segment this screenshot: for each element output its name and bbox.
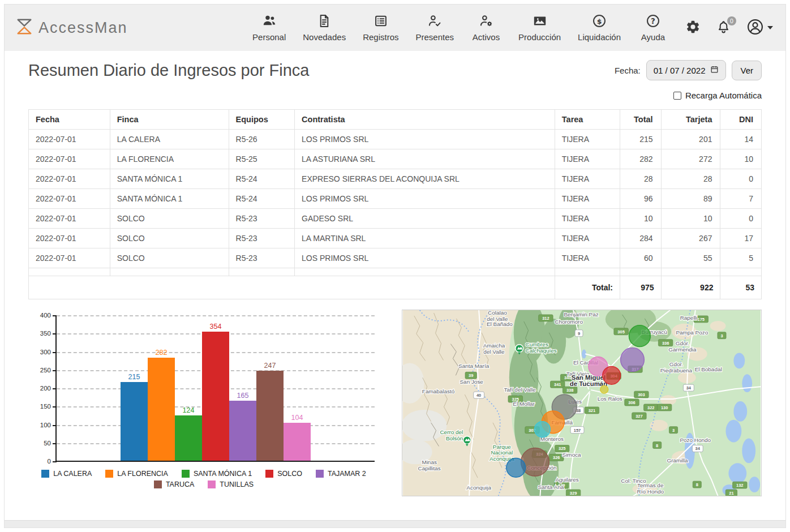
topbar-right: 0 (685, 18, 773, 38)
avatar-icon (746, 18, 764, 38)
svg-text:341: 341 (554, 382, 561, 387)
map-bubble[interactable] (629, 325, 650, 347)
nav-item-presentes[interactable]: Presentes (416, 14, 454, 42)
cell-tarea: TIJERA (555, 229, 620, 248)
bar-taruca (256, 371, 284, 461)
autorefresh-checkbox[interactable] (673, 92, 681, 100)
nav-item-registros[interactable]: Registros (363, 14, 398, 42)
map-town-label: Choromoro (555, 319, 583, 325)
route-badge-3: 3 (669, 427, 677, 434)
map-bubble[interactable] (521, 448, 549, 477)
nav-item-liquidacion[interactable]: $Liquidación (578, 14, 621, 42)
cell-contratista: GADESO SRL (295, 209, 555, 229)
settings-button[interactable] (685, 19, 701, 37)
list-icon (373, 14, 388, 31)
cell-finca: LA CALERA (110, 130, 229, 149)
svg-text:3: 3 (672, 428, 675, 433)
nav-item-label: Personal (252, 32, 286, 42)
svg-text:34: 34 (695, 446, 701, 451)
cell-tarea: TIJERA (555, 209, 620, 229)
cell-fecha: 2022-07-01 (29, 169, 110, 189)
nav-item-ayuda[interactable]: ?Ayuda (638, 14, 668, 42)
highway-shield-40: 40 (474, 392, 484, 398)
svg-text:40: 40 (476, 393, 481, 398)
ver-button[interactable]: Ver (732, 61, 762, 80)
bar-value-label: 354 (202, 323, 229, 332)
nav-item-activos[interactable]: Activos (471, 14, 501, 42)
legend-item: SOLCO (265, 470, 302, 478)
map-bubble[interactable] (621, 348, 645, 372)
map-bubble[interactable] (600, 385, 608, 393)
route-badge-326: 326 (549, 454, 564, 461)
map-town-label: Gramilla (667, 457, 688, 464)
route-badge-3: 3 (718, 332, 726, 339)
column-header-finca: Finca (110, 110, 229, 130)
route-badge-322: 322 (644, 404, 658, 411)
cell-finca: SANTA MÓNICA 1 (110, 189, 229, 209)
ingresos-table: FechaFincaEquiposContratistaTareaTotalTa… (28, 109, 762, 299)
nav-item-novedades[interactable]: Novedades (303, 14, 346, 42)
calendar-icon (710, 65, 719, 75)
svg-text:?: ? (651, 16, 655, 25)
person-gear-icon (479, 14, 493, 31)
table-row: 2022-07-01LA CALERAR5-26LOS PRIMOS SRLTI… (29, 130, 762, 149)
nav-item-label: Registros (363, 32, 398, 42)
cell-dni: 0 (720, 209, 762, 229)
nav-item-label: Producción (518, 32, 561, 42)
account-menu-button[interactable] (746, 18, 773, 38)
date-input[interactable]: 01 / 07 / 2022 (646, 60, 727, 80)
svg-text:175: 175 (698, 317, 705, 322)
bar-value-label: 124 (175, 406, 202, 415)
legend-swatch (41, 470, 49, 478)
highway-shield-157: 157 (570, 427, 584, 434)
cell-contratista: LOS PRIMOS SRL (295, 189, 555, 209)
svg-text:306: 306 (628, 400, 635, 405)
map-bubble[interactable] (535, 422, 551, 437)
route-badge-312: 312 (539, 315, 553, 321)
cell-tarea: TIJERA (555, 130, 620, 149)
svg-text:157: 157 (574, 428, 581, 433)
legend-swatch (316, 470, 324, 478)
cell-tarjeta: 10 (661, 209, 720, 229)
svg-text:130: 130 (661, 405, 668, 410)
cell-dni: 7 (720, 189, 762, 209)
nav-item-label: Ayuda (641, 32, 665, 42)
route-badge-336: 336 (658, 340, 672, 346)
cell-dni: 5 (720, 248, 762, 268)
brand-logo[interactable]: AccessMan (15, 18, 128, 38)
total-dni: 53 (720, 276, 762, 299)
map[interactable]: 3123051753363334034133830431730332130632… (402, 310, 762, 496)
nav-item-personal[interactable]: Personal (252, 14, 286, 42)
map-bubble[interactable] (603, 366, 621, 384)
nav-item-produccion[interactable]: Producción (518, 14, 561, 42)
notifications-button[interactable]: 0 (716, 20, 731, 36)
route-badge-341: 341 (551, 381, 565, 388)
map-town-label: Famabalastó (422, 388, 455, 394)
route-badge-305: 305 (614, 328, 628, 335)
y-axis-tick-label: 200 (28, 385, 51, 392)
cell-dni: 17 (720, 229, 762, 248)
cell-tarjeta: 267 (661, 229, 720, 248)
route-badge-325: 325 (555, 445, 569, 452)
route-badge-8: 8 (653, 442, 662, 449)
cell-tarjeta: 28 (661, 169, 720, 189)
svg-text:9: 9 (578, 331, 580, 336)
route-badge-338: 338 (563, 387, 577, 393)
bar-value-label: 247 (256, 362, 284, 371)
cell-tarjeta: 55 (661, 248, 720, 268)
route-badge-132: 132 (733, 482, 747, 488)
svg-text:34: 34 (686, 385, 692, 391)
person-check-icon (427, 14, 442, 31)
date-controls: Fecha: 01 / 07 / 2022 Ver (615, 60, 762, 80)
map-town-label: Tafí del Valle (504, 387, 536, 393)
date-value: 01 / 07 / 2022 (654, 66, 706, 75)
chevron-down-icon (767, 26, 773, 29)
brand-name: AccessMan (38, 19, 128, 37)
map-city-label: San Miguelde Tucumán (570, 374, 607, 387)
cell-contratista: LA ASTURIANA SRL (295, 149, 555, 169)
cell-finca: SANTA MÓNICA 1 (110, 169, 229, 189)
map-bubble[interactable] (506, 458, 526, 477)
route-badge-329: 329 (566, 490, 580, 496)
highway-shield-34: 34 (692, 445, 703, 452)
bar-chart: 2152821243541652471040501001502002503003… (28, 310, 379, 491)
